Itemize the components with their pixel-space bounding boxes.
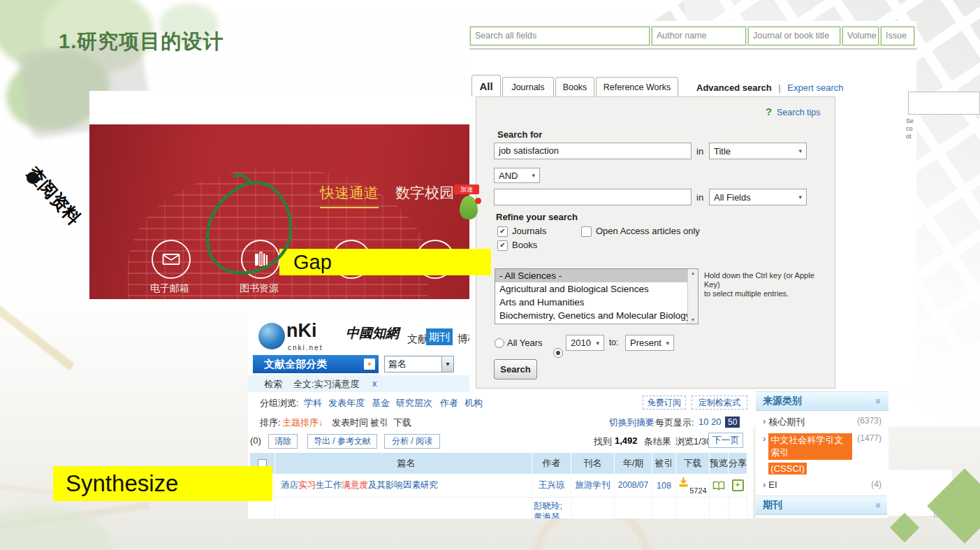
search-field-select[interactable]: 篇名 <box>384 356 454 372</box>
col-title[interactable]: 篇名 <box>275 453 532 474</box>
cnki-nav-literature[interactable]: 文献 <box>407 333 428 346</box>
year-range-radio[interactable] <box>553 348 563 358</box>
col-author[interactable]: 作者 <box>532 453 571 474</box>
open-access-checkbox[interactable] <box>581 226 592 237</box>
sidebar-item-nursing-research[interactable]: › 护理研究 (636) <box>756 515 888 518</box>
cnki-nav-thesis-clipped[interactable]: 博硕 <box>458 333 470 346</box>
search-button[interactable]: Search <box>494 359 537 379</box>
preview-book-icon[interactable] <box>712 481 725 491</box>
second-term-input[interactable] <box>494 189 692 205</box>
per-page-50-active[interactable]: 50 <box>725 417 740 428</box>
portal-nav-digital-campus[interactable]: 数字校园 <box>395 183 454 203</box>
share-cell[interactable] <box>729 474 747 498</box>
partial-search-box[interactable] <box>908 92 980 115</box>
field-select-title[interactable]: Title <box>709 143 807 159</box>
group-browse-institution[interactable]: 机构 <box>465 397 483 410</box>
issue-input[interactable]: Issue <box>881 27 914 45</box>
sidebar-section-journals[interactable]: 期刊 » <box>756 495 888 515</box>
col-share[interactable]: 分享 <box>729 453 747 474</box>
help-icon[interactable]: ? <box>766 106 772 118</box>
bullet-dot <box>27 172 38 184</box>
col-journal[interactable]: 刊名 <box>571 453 615 474</box>
journal-book-title-input[interactable]: Journal or book title <box>748 27 840 45</box>
scroll-up-icon[interactable]: ▲ <box>691 270 696 275</box>
expert-search-link[interactable]: Expert search <box>787 82 843 93</box>
category-dropdown-button[interactable]: 文献全部分类 ▼ <box>253 355 379 373</box>
sort-by-topic-active[interactable]: 主题排序↓ <box>282 417 323 429</box>
free-subscribe-button[interactable]: 免费订阅 <box>643 396 686 410</box>
custom-search-button[interactable]: 定制检索式 <box>692 396 747 410</box>
subject-option[interactable]: Biochemistry, Genetics and Molecular Bio… <box>495 309 698 322</box>
download-icon[interactable] <box>678 477 689 488</box>
clear-button[interactable]: 清除 <box>268 434 298 449</box>
sidebar-item-cssci[interactable]: › 中文社会科学引文索引 (CSSCI) (1477) <box>756 428 888 475</box>
article-title-link[interactable] <box>275 498 532 519</box>
tab-reference-works[interactable]: Reference Works <box>596 77 678 96</box>
tab-all[interactable]: All <box>471 75 501 96</box>
author-link[interactable]: 王兴琼 <box>532 474 571 498</box>
col-cited[interactable]: 被引 <box>652 453 676 474</box>
sidebar-item-core-journals[interactable]: › 核心期刊 (6373) <box>756 411 888 428</box>
listbox-scrollbar[interactable]: ▲▼ <box>687 269 698 324</box>
sidebar-section-source-type[interactable]: 来源类别 » <box>756 391 888 411</box>
preview-cell[interactable] <box>710 474 729 498</box>
group-browse-author[interactable]: 作者 <box>440 397 458 410</box>
group-browse-level[interactable]: 研究层次 <box>396 397 432 410</box>
per-page-20[interactable]: 20 <box>711 417 721 427</box>
books-checkbox[interactable]: ✔ <box>497 240 508 251</box>
search-tips-link[interactable]: Search tips <box>777 108 821 117</box>
chevron-down-icon[interactable]: ▼ <box>364 359 375 370</box>
subject-listbox[interactable]: - All Sciences - Agricultural and Biolog… <box>495 268 699 324</box>
sort-by-date[interactable]: 发表时间 <box>332 417 368 429</box>
col-preview[interactable]: 预览 <box>710 453 729 474</box>
search-all-fields-input[interactable]: Search all fields <box>470 27 650 45</box>
journal-link[interactable]: 旅游学刊 <box>571 474 615 498</box>
gap-highlight-label: Gap <box>279 249 491 275</box>
sort-by-downloads[interactable]: 下载 <box>393 417 411 429</box>
search-term-input[interactable]: job satisfaction <box>494 143 692 159</box>
sort-by-cited[interactable]: 被引 <box>370 417 388 429</box>
sidebar-section-title: 期刊 <box>763 499 782 512</box>
advanced-search-link[interactable]: Advanced search <box>696 82 772 93</box>
year-from-select[interactable]: 2010 <box>566 335 604 351</box>
subject-option-selected[interactable]: - All Sciences - <box>495 269 698 282</box>
title-part: 及其影响因素研究 <box>368 479 438 491</box>
author-name-input[interactable]: Author name <box>652 27 746 45</box>
tab-books[interactable]: Books <box>555 77 594 96</box>
subject-option[interactable]: Arts and Humanities <box>495 296 698 309</box>
col-downloads[interactable]: 下载 <box>676 453 710 474</box>
journals-checkbox[interactable]: ✔ <box>497 226 508 237</box>
next-page-button[interactable]: 下一页 <box>708 433 743 448</box>
operator-select[interactable]: AND <box>494 168 540 183</box>
field-select-all-fields[interactable]: All Fields <box>709 189 807 205</box>
author-link[interactable]: 彭晓玲; 黄海琴 <box>532 498 571 519</box>
all-years-radio[interactable] <box>495 338 504 348</box>
per-page-10[interactable]: 10 <box>699 417 708 427</box>
portal-nav-quick-channel[interactable]: 快速通道 <box>320 183 379 208</box>
group-browse-subject[interactable]: 学科 <box>304 397 322 410</box>
year-to-select[interactable]: Present <box>625 335 674 351</box>
tab-journals[interactable]: Journals <box>502 77 554 96</box>
search-for-label: Search for <box>497 129 542 140</box>
volume-input[interactable]: Volume <box>842 27 879 45</box>
cnki-nav-journals-active[interactable]: 期刊 <box>426 328 453 345</box>
partial-text-line: ot <box>906 133 980 140</box>
sidebar-item-ei[interactable]: › EI (4) <box>756 475 888 490</box>
results-table: 篇名 作者 刊名 年/期 被引 下载 预览 分享 1 酒店实习生工作满意度及其影… <box>250 453 747 519</box>
cited-count-link[interactable]: 108 <box>652 474 676 498</box>
add-to-list-icon[interactable] <box>732 479 744 491</box>
article-title-link[interactable]: 酒店实习生工作满意度及其影响因素研究 <box>275 474 532 498</box>
scroll-down-icon[interactable]: ▼ <box>691 317 696 322</box>
collapse-chevron-icon[interactable]: » <box>873 502 884 508</box>
group-browse-fund[interactable]: 基金 <box>372 397 390 410</box>
export-references-button[interactable]: 导出 / 参考文献 <box>307 434 377 449</box>
subject-option[interactable]: Agricultural and Biological Sciences <box>495 282 698 296</box>
download-cell[interactable]: 5724 <box>676 474 710 498</box>
email-icon[interactable] <box>152 240 191 279</box>
collapse-chevron-icon[interactable]: » <box>873 398 884 404</box>
col-year-issue[interactable]: 年/期 <box>615 453 652 474</box>
group-browse-year[interactable]: 发表年度 <box>328 397 365 410</box>
analyze-read-button[interactable]: 分析 / 阅读 <box>384 434 440 449</box>
remove-filter-button[interactable]: x <box>372 378 377 389</box>
switch-to-abstract-link[interactable]: 切换到摘要 <box>609 417 654 429</box>
